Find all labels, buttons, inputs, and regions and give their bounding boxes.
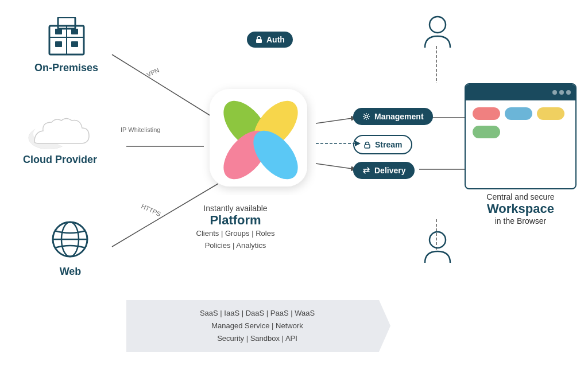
ws-pill-green <box>473 126 500 138</box>
on-premises-source: On-Premises <box>34 17 98 74</box>
svg-point-42 <box>430 17 446 33</box>
auth-badge: Auth <box>247 32 293 48</box>
center-logo <box>201 80 316 195</box>
central-secure-text: Central and secure <box>465 192 577 201</box>
titlebar-dot-3 <box>566 90 571 95</box>
stream-badge: Stream <box>353 135 412 154</box>
svg-rect-15 <box>256 39 262 43</box>
ws-pill-pink <box>473 107 500 120</box>
workspace-title: Workspace <box>465 201 577 216</box>
cloud-provider-label: Cloud Provider <box>23 154 97 166</box>
gear-icon <box>362 112 370 121</box>
platform-title: Platform <box>172 213 299 228</box>
svg-rect-23 <box>71 41 78 47</box>
workspace-box <box>465 83 577 189</box>
svg-line-3 <box>316 118 356 123</box>
cloud-provider-source: Cloud Provider <box>23 112 97 166</box>
globe-icon <box>49 218 92 261</box>
web-source: Web <box>49 218 92 278</box>
diagram-container: Auth On-Premises VPN <box>0 0 588 369</box>
person-icon-top <box>422 14 454 54</box>
ip-whitelisting-label: IP Whitelisting <box>121 126 161 133</box>
svg-rect-41 <box>365 145 370 148</box>
management-label: Management <box>374 112 424 121</box>
delivery-badge: Delivery <box>353 162 415 179</box>
management-badge: Management <box>353 108 433 125</box>
ws-pill-blue <box>505 107 532 120</box>
workspace-row-2 <box>473 126 568 138</box>
titlebar-dot-2 <box>559 90 564 95</box>
web-label: Web <box>60 266 82 278</box>
titlebar-dot-1 <box>552 90 557 95</box>
bottom-banner: SaaS | IaaS | DaaS | PaaS | WaaS Managed… <box>126 300 390 352</box>
https-label: HTTPS <box>140 203 162 217</box>
cloud-icon <box>26 112 95 149</box>
instantly-label: Instantly available <box>172 204 299 213</box>
svg-line-6 <box>316 164 356 169</box>
auth-label: Auth <box>266 35 285 44</box>
lock-icon <box>255 36 263 44</box>
svg-rect-21 <box>71 29 78 34</box>
platform-features: Clients | Groups | Roles Policies | Anal… <box>172 228 299 252</box>
stream-label: Stream <box>375 140 402 149</box>
svg-point-43 <box>430 232 446 248</box>
stream-lock-icon <box>363 141 371 149</box>
svg-rect-22 <box>55 41 62 47</box>
ws-pill-yellow <box>537 107 564 120</box>
svg-rect-20 <box>55 29 62 34</box>
person-icon-bottom <box>422 230 454 269</box>
workspace-label-area: Central and secure Workspace in the Brow… <box>465 192 577 226</box>
banner-text: SaaS | IaaS | DaaS | PaaS | WaaS Managed… <box>136 307 379 345</box>
vpn-label: VPN <box>146 67 161 78</box>
in-browser-text: in the Browser <box>465 216 577 226</box>
building-icon <box>44 17 90 57</box>
delivery-arrows-icon <box>362 166 370 174</box>
workspace-titlebar <box>466 84 575 100</box>
delivery-label: Delivery <box>374 166 405 175</box>
on-premises-label: On-Premises <box>34 62 98 74</box>
svg-point-40 <box>365 115 368 118</box>
workspace-content <box>466 100 575 145</box>
platform-text-area: Instantly available Platform Clients | G… <box>172 204 299 252</box>
workspace-row-1 <box>473 107 568 120</box>
